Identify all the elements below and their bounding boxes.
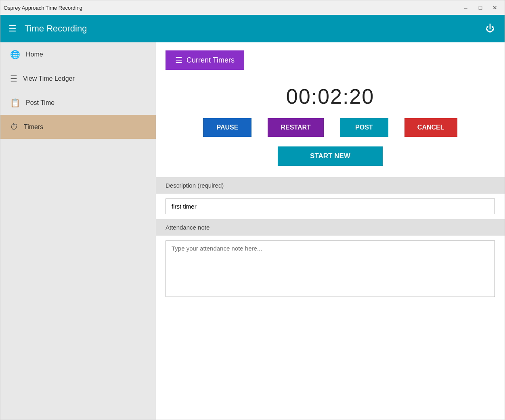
sidebar-item-timers[interactable]: ⏱ Timers xyxy=(0,115,156,139)
power-button[interactable]: ⏻ xyxy=(482,21,498,37)
maximize-button[interactable]: □ xyxy=(474,3,487,13)
attendance-section: Attendance note xyxy=(156,219,505,313)
action-buttons-row: PAUSE RESTART POST CANCEL xyxy=(156,118,505,146)
description-field-row xyxy=(156,194,505,219)
restart-button[interactable]: RESTART xyxy=(268,118,323,137)
start-new-button[interactable]: START NEW xyxy=(278,146,383,166)
timer-icon: ⏱ xyxy=(10,122,18,132)
timers-list-icon: ☰ xyxy=(175,55,182,65)
app-title: Time Recording xyxy=(25,23,482,34)
description-section-label: Description (required) xyxy=(156,177,505,194)
post-button[interactable]: POST xyxy=(340,118,388,137)
main-layout: 🌐 Home ☰ View Time Ledger 📋 Post Time ⏱ … xyxy=(0,42,505,420)
timer-display: 00:02:20 xyxy=(156,78,505,118)
sidebar-label-home: Home xyxy=(26,51,43,58)
hamburger-button[interactable]: ☰ xyxy=(7,22,18,36)
sidebar: 🌐 Home ☰ View Time Ledger 📋 Post Time ⏱ … xyxy=(0,42,156,420)
sidebar-item-home[interactable]: 🌐 Home xyxy=(0,42,156,67)
titlebar: Osprey Approach Time Recording – □ ✕ xyxy=(0,0,505,15)
sidebar-item-view-time-ledger[interactable]: ☰ View Time Ledger xyxy=(0,67,156,91)
sidebar-label-timers: Timers xyxy=(24,123,43,131)
sidebar-label-view-time-ledger: View Time Ledger xyxy=(23,75,75,82)
timers-header-badge: ☰ Current Timers xyxy=(156,42,505,78)
attendance-field-row xyxy=(156,236,505,303)
power-icon: ⏻ xyxy=(486,23,495,34)
description-input[interactable] xyxy=(166,199,495,214)
sidebar-item-post-time[interactable]: 📋 Post Time xyxy=(0,91,156,115)
start-new-row: START NEW xyxy=(156,146,505,177)
globe-icon: 🌐 xyxy=(10,50,20,59)
close-button[interactable]: ✕ xyxy=(488,3,501,13)
attendance-section-label: Attendance note xyxy=(156,219,505,236)
list-icon: ☰ xyxy=(10,74,17,84)
sidebar-label-post-time: Post Time xyxy=(26,99,54,107)
clipboard-icon: 📋 xyxy=(10,98,20,108)
current-timers-label: Current Timers xyxy=(186,56,235,65)
attendance-textarea[interactable] xyxy=(166,240,495,297)
current-timers-header: ☰ Current Timers xyxy=(166,50,244,70)
titlebar-controls: – □ ✕ xyxy=(459,3,501,13)
minimize-button[interactable]: – xyxy=(459,3,472,13)
cancel-button[interactable]: CANCEL xyxy=(404,118,457,137)
topbar: ☰ Time Recording ⏻ xyxy=(0,15,505,42)
pause-button[interactable]: PAUSE xyxy=(203,118,251,137)
content-area: ☰ Current Timers 00:02:20 PAUSE RESTART … xyxy=(156,42,505,420)
titlebar-title: Osprey Approach Time Recording xyxy=(4,5,82,11)
